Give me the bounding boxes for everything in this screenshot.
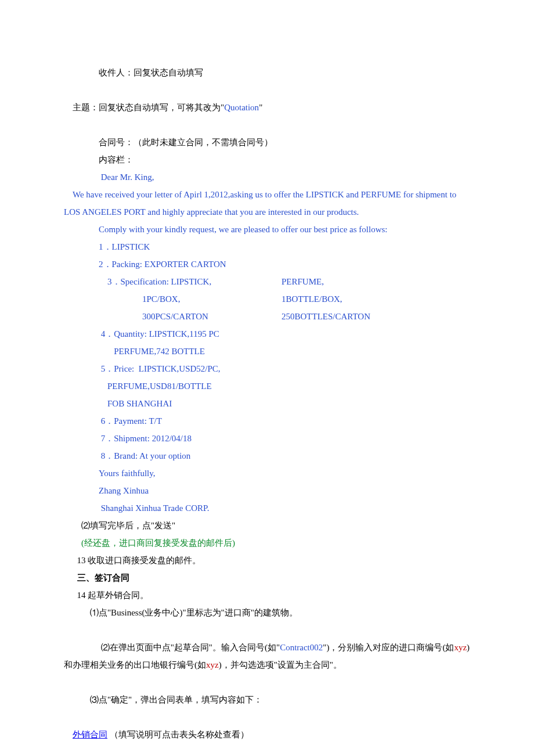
text-span-quotation: Quotation (224, 103, 259, 112)
list-item: PERFUME,USD81/BOTTLE (64, 377, 470, 395)
text-span: （填写说明可点击表头名称处查看） (107, 730, 249, 739)
spec-right: 1BOTTLE/BOX, (282, 290, 421, 308)
spec-left: 300PCS/CARTON (64, 308, 282, 325)
text-span-code: xyz (206, 660, 219, 669)
text-span-code: xyz (454, 643, 467, 652)
text-line: 合同号：（此时未建立合同，不需填合同号） (64, 134, 470, 151)
text-line: 内容栏： (64, 151, 470, 168)
step-sub-item: ⑵在弹出页面中点"起草合同"。输入合同号(如"Contract002")，分别输… (64, 621, 470, 691)
text-span-contract: Contract002 (280, 643, 323, 652)
text-span: 主题：回复状态自动填写，可将其改为" (73, 103, 224, 112)
spec-row: 3．Specification: LIPSTICK, PERFUME, (64, 273, 470, 290)
list-item: 7．Shipment: 2012/04/18 (64, 430, 470, 447)
list-item: 8．Brand: At your option (64, 447, 470, 465)
spec-row: 1PC/BOX, 1BOTTLE/BOX, (64, 290, 470, 308)
text-line: 收件人：回复状态自动填写 (64, 64, 470, 81)
spec-left: 3．Specification: LIPSTICK, (64, 273, 282, 290)
spec-right: PERFUME, (282, 273, 421, 290)
note-line: (经还盘，进口商回复接受发盘的邮件后) (64, 534, 470, 552)
letter-greeting: Dear Mr. King, (64, 168, 470, 186)
spec-left: 1PC/BOX, (64, 290, 282, 308)
letter-paragraph: We have received your letter of Apirl 1,… (64, 186, 470, 221)
text-span: ")，分别输入对应的进口商编号(如 (323, 643, 454, 652)
list-item: 4．Quantity: LIPSTICK,1195 PC (64, 325, 470, 343)
list-item: 1．LIPSTICK (64, 238, 470, 255)
step-sub-item: ⑴点"Business(业务中心)"里标志为"进口商"的建筑物。 (64, 604, 470, 621)
text-span: )，并勾选选项"设置为主合同"。 (219, 660, 342, 669)
text-span: ⑵在弹出页面中点"起草合同"。输入合同号(如" (73, 643, 280, 652)
document-page: 收件人：回复状态自动填写 主题：回复状态自动填写，可将其改为"Quotation… (0, 0, 534, 756)
letter-closing: Yours faithfully, (64, 465, 470, 482)
link-line: 外销合同 （填写说明可点击表头名称处查看） (64, 708, 470, 756)
section-heading: 三、签订合同 (64, 569, 470, 586)
letter-company: Shanghai Xinhua Trade CORP. (64, 499, 470, 517)
step-item: ⑵填写完毕后，点"发送" (64, 517, 470, 534)
step-item: 13 收取进口商接受发盘的邮件。 (64, 552, 470, 569)
list-item: 5．Price: LIPSTICK,USD52/PC, (64, 360, 470, 377)
text-span: " (259, 103, 262, 112)
letter-signature: Zhang Xinhua (64, 482, 470, 499)
step-item: 14 起草外销合同。 (64, 586, 470, 604)
list-item: 2．Packing: EXPORTER CARTON (64, 255, 470, 273)
text-line: 主题：回复状态自动填写，可将其改为"Quotation" (64, 81, 470, 134)
spec-right: 250BOTTLES/CARTON (282, 308, 421, 325)
letter-paragraph: Comply with your kindly request, we are … (64, 221, 470, 238)
spec-row: 300PCS/CARTON 250BOTTLES/CARTON (64, 308, 470, 325)
list-item: PERFUME,742 BOTTLE (64, 343, 470, 360)
step-sub-item: ⑶点"确定"，弹出合同表单，填写内容如下： (64, 691, 470, 708)
export-contract-link[interactable]: 外销合同 (73, 730, 107, 739)
list-item: 6．Payment: T/T (64, 412, 470, 430)
list-item: FOB SHANGHAI (64, 395, 470, 412)
